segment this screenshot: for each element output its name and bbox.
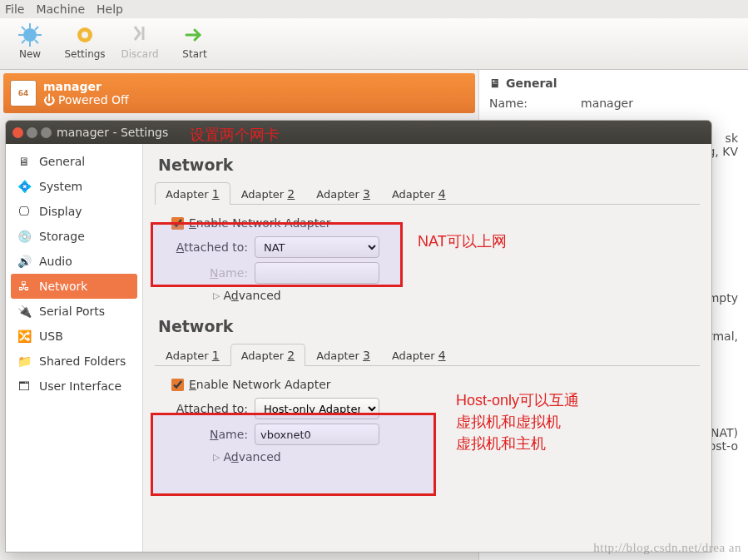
panel1-title: Network xyxy=(158,156,700,174)
vm-state: Powered Off xyxy=(58,93,129,107)
cat-shared[interactable]: 📁Shared Folders xyxy=(11,349,137,374)
audio-icon: 🔊 xyxy=(16,253,32,270)
ui-icon: 🗔 xyxy=(16,378,32,394)
network-icon: 🖧 xyxy=(16,278,32,295)
monitor-icon: 🖥 xyxy=(16,153,32,170)
detail-general-heading: 🖥General xyxy=(489,77,738,90)
serial-icon: 🔌 xyxy=(16,303,32,320)
name1-label: Name: xyxy=(171,266,248,280)
start-label: Start xyxy=(182,48,206,60)
menu-file[interactable]: File xyxy=(5,2,24,16)
panel2-title: Network xyxy=(158,317,700,335)
folder-icon: 📁 xyxy=(16,353,32,369)
name2-label: Name: xyxy=(171,428,248,441)
name1-input xyxy=(255,262,379,284)
attached2-select[interactable]: Host-only Adapter xyxy=(255,398,379,419)
menu-machine[interactable]: Machine xyxy=(36,2,85,16)
vm-item-manager[interactable]: 64 manager ⏻Powered Off xyxy=(3,73,475,113)
cat-storage[interactable]: 💿Storage xyxy=(11,224,137,249)
settings-dialog: manager - Settings 🖥General 💠System 🖵Dis… xyxy=(5,120,712,553)
detail-name-value: manager xyxy=(581,97,738,110)
svg-line-7 xyxy=(35,27,38,30)
attached1-select[interactable]: NAT xyxy=(255,236,379,258)
usb-icon: 🔀 xyxy=(16,328,32,344)
chip-icon: 💠 xyxy=(16,178,32,195)
discard-icon xyxy=(128,23,151,47)
minimize-icon[interactable] xyxy=(27,127,37,138)
enable-adapter1-input[interactable] xyxy=(171,217,184,230)
tab-adapter2[interactable]: Adapter 2 xyxy=(230,182,306,205)
tab-adapter1[interactable]: Adapter 1 xyxy=(155,182,230,205)
svg-point-10 xyxy=(82,32,88,38)
cat-network[interactable]: 🖧Network xyxy=(11,274,137,299)
tab-adapter3[interactable]: Adapter 3 xyxy=(305,182,381,205)
panel2-tabs: Adapter 1 Adapter 2 Adapter 3 Adapter 4 xyxy=(155,344,700,366)
cat-system[interactable]: 💠System xyxy=(11,174,137,199)
panel1-tabs: Adapter 1 Adapter 2 Adapter 3 Adapter 4 xyxy=(155,182,700,205)
vm-name: manager xyxy=(43,80,102,93)
sun-icon xyxy=(18,23,42,47)
svg-line-8 xyxy=(22,40,25,43)
enable-adapter1-check[interactable]: Enable Network Adapter xyxy=(171,216,696,230)
toolbar: New Settings Discard Start xyxy=(0,18,748,70)
settings-content: Network Adapter 1 Adapter 2 Adapter 3 Ad… xyxy=(143,144,711,552)
advanced2-toggle[interactable]: ▷Advanced xyxy=(213,450,696,463)
name2-input[interactable] xyxy=(255,424,379,445)
enable-adapter2-input[interactable] xyxy=(171,379,184,391)
tab2-adapter4[interactable]: Adapter 4 xyxy=(381,344,457,366)
category-list: 🖥General 💠System 🖵Display 💿Storage 🔊Audi… xyxy=(6,144,143,552)
tab2-adapter3[interactable]: Adapter 3 xyxy=(305,344,381,366)
cat-display[interactable]: 🖵Display xyxy=(11,199,137,224)
chevron-right-icon: ▷ xyxy=(213,290,220,301)
maximize-icon[interactable] xyxy=(41,127,52,138)
new-button[interactable]: New xyxy=(5,23,55,60)
arrow-right-icon xyxy=(183,23,206,47)
cat-ui[interactable]: 🗔User Interface xyxy=(11,374,137,399)
tab2-adapter2[interactable]: Adapter 2 xyxy=(230,344,306,366)
enable-adapter2-check[interactable]: Enable Network Adapter xyxy=(171,378,696,391)
dialog-titlebar[interactable]: manager - Settings xyxy=(6,121,711,144)
cat-audio[interactable]: 🔊Audio xyxy=(11,249,137,274)
svg-line-6 xyxy=(35,40,38,43)
dialog-title: manager - Settings xyxy=(57,126,168,139)
display-icon: 🖵 xyxy=(16,203,32,220)
monitor-icon: 🖥 xyxy=(489,77,501,90)
chevron-right-icon: ▷ xyxy=(213,452,220,463)
start-button[interactable]: Start xyxy=(170,23,220,60)
new-label: New xyxy=(19,48,41,60)
advanced1-toggle[interactable]: ▷Advanced xyxy=(213,289,696,302)
os-badge-icon: 64 xyxy=(10,80,37,107)
tab-adapter4[interactable]: Adapter 4 xyxy=(381,182,457,205)
settings-button[interactable]: Settings xyxy=(60,23,110,60)
tab2-adapter1[interactable]: Adapter 1 xyxy=(155,344,230,366)
cat-usb[interactable]: 🔀USB xyxy=(11,324,137,349)
close-icon[interactable] xyxy=(12,127,23,138)
cat-serial[interactable]: 🔌Serial Ports xyxy=(11,299,137,324)
discard-button: Discard xyxy=(115,23,165,60)
attached1-label: Attached to: xyxy=(171,240,248,254)
svg-point-0 xyxy=(23,28,37,42)
menubar: File Machine Help xyxy=(0,0,748,18)
detail-name-label: Name: xyxy=(489,97,581,110)
power-icon: ⏻ xyxy=(43,93,55,107)
disk-icon: 💿 xyxy=(16,228,32,245)
menu-help[interactable]: Help xyxy=(97,2,123,16)
cat-general[interactable]: 🖥General xyxy=(11,149,137,174)
settings-label: Settings xyxy=(64,48,105,60)
discard-label: Discard xyxy=(121,48,158,60)
attached2-label: Attached to: xyxy=(171,402,248,415)
svg-line-5 xyxy=(22,27,25,30)
gear-icon xyxy=(73,23,97,47)
